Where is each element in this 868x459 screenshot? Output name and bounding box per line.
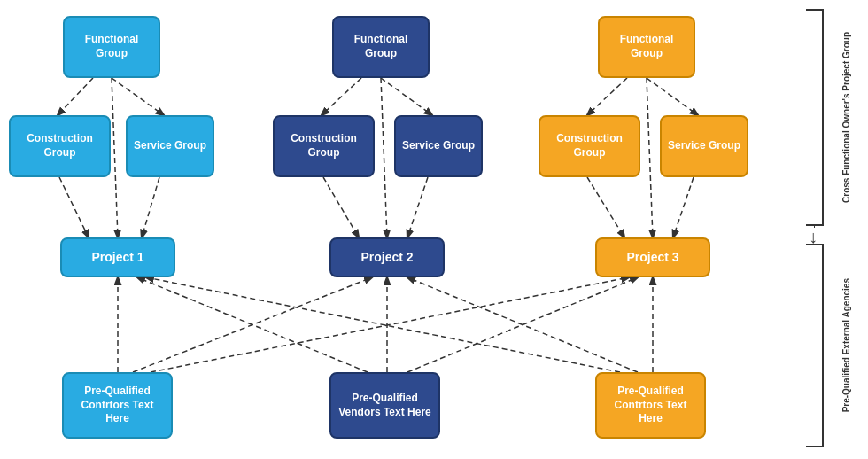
svg-line-18 xyxy=(137,277,368,372)
svg-line-16 xyxy=(133,277,372,372)
top-bracket xyxy=(806,9,824,226)
svg-line-7 xyxy=(647,78,698,115)
svg-line-2 xyxy=(112,78,118,237)
pre-qualified-2: Pre-Qualified Vendors Text Here xyxy=(329,372,440,439)
construction-group-1: Construction Group xyxy=(9,115,111,177)
svg-line-6 xyxy=(587,78,627,115)
project-3: Project 3 xyxy=(595,237,710,277)
functional-group-2: Functional Group xyxy=(332,16,430,78)
bottom-bracket xyxy=(806,244,824,447)
svg-line-21 xyxy=(146,277,620,372)
pre-qualified-label: Pre-Qualified External Agencies xyxy=(841,278,851,412)
service-group-1: Service Group xyxy=(126,115,214,177)
service-group-2: Service Group xyxy=(394,115,483,177)
cross-functional-label: Cross Functional Owner's Project Group xyxy=(841,32,851,203)
svg-line-22 xyxy=(407,277,638,372)
svg-line-8 xyxy=(647,78,653,237)
svg-line-12 xyxy=(407,177,428,237)
svg-line-17 xyxy=(151,277,629,372)
construction-group-2: Construction Group xyxy=(273,115,375,177)
diagram-area: Functional Group Functional Group Functi… xyxy=(0,0,771,459)
svg-line-13 xyxy=(587,177,624,237)
project-2: Project 2 xyxy=(329,237,445,277)
project-1: Project 1 xyxy=(60,237,175,277)
construction-group-3: Construction Group xyxy=(539,115,640,177)
functional-group-3: Functional Group xyxy=(598,16,695,78)
svg-line-20 xyxy=(407,277,638,372)
svg-line-4 xyxy=(381,78,432,115)
pre-qualified-3: Pre-Qualified Contrtors Text Here xyxy=(595,372,706,439)
svg-line-11 xyxy=(323,177,359,237)
svg-line-3 xyxy=(322,78,361,115)
top-label-container: Cross Functional Owner's Project Group xyxy=(824,9,868,226)
svg-line-5 xyxy=(381,78,387,237)
mid-divider xyxy=(814,226,815,228)
svg-line-0 xyxy=(58,78,93,115)
service-group-3: Service Group xyxy=(660,115,748,177)
svg-line-1 xyxy=(112,78,164,115)
svg-line-10 xyxy=(142,177,159,237)
svg-line-9 xyxy=(59,177,89,237)
pre-qualified-1: Pre-Qualified Contrtors Text Here xyxy=(62,372,173,439)
svg-line-14 xyxy=(673,177,694,237)
functional-group-1: Functional Group xyxy=(63,16,160,78)
right-panel: Cross Functional Owner's Project Group ↓… xyxy=(771,0,868,459)
bottom-label-container: Pre-Qualified External Agencies xyxy=(824,244,868,447)
